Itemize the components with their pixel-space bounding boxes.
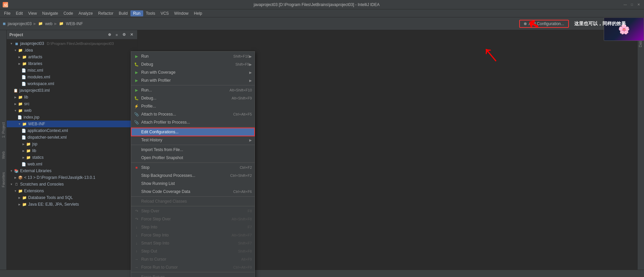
menu-vcs[interactable]: VCS: [158, 10, 172, 16]
menu-refactor[interactable]: Refactor: [96, 10, 116, 16]
web-label[interactable]: Web: [1, 151, 5, 159]
run-menu-profiler[interactable]: ▶ Run with Profiler ▶: [131, 76, 255, 84]
tree-item-webxml[interactable]: 📄 web.xml: [7, 161, 137, 167]
tree-item-index[interactable]: 📄 index.jsp: [7, 114, 137, 121]
tree-item-statics[interactable]: ▶ 📁 statics: [7, 154, 137, 161]
force-return-icon: [134, 274, 139, 277]
run-menu-coverage-data[interactable]: Show Code Coverage Data Ctrl+Alt+F6: [131, 188, 255, 196]
run-menu-section-5: ■ Stop Ctrl+F2 Stop Background Processes…: [131, 162, 255, 196]
stop-bg-icon: [134, 173, 139, 178]
run-menu-open-profiler[interactable]: Open Profiler Snapshot: [131, 154, 255, 162]
xml-icon: 📄: [21, 162, 26, 166]
tree-item-dispatcher[interactable]: 📄 dispatcher-servlet.xml: [7, 134, 137, 141]
expand-arrow: ▶: [17, 202, 21, 206]
hide-button[interactable]: ✕: [128, 32, 135, 38]
run-menu-force-step-over[interactable]: ↷ Force Step Over Alt+Shift+F8: [131, 215, 255, 223]
expand-arrow: ▶: [21, 142, 25, 146]
run-menu-force-step-into[interactable]: ↓ Force Step Into Alt+Shift+F7: [131, 231, 255, 239]
folder-icon: 📁: [18, 101, 23, 106]
run-menu-reload[interactable]: Reload Changed Classes: [131, 197, 255, 205]
stop-icon: ■: [134, 165, 139, 170]
menu-run[interactable]: Run: [130, 10, 143, 16]
menu-window[interactable]: Window: [171, 10, 191, 16]
run-menu-debug[interactable]: 🐛 Debug Shift+F9 ▶: [131, 60, 255, 68]
menu-build[interactable]: Build: [116, 10, 130, 16]
folder-icon: 📁: [22, 61, 27, 66]
tree-item-extensions[interactable]: ▼ 📁 Extensions: [7, 188, 137, 194]
run-menu-run[interactable]: ▶ Run Shift+F10 ▶: [131, 52, 255, 60]
run-menu-import-tests[interactable]: Import Tests from File...: [131, 146, 255, 154]
menu-analyze[interactable]: Analyze: [76, 10, 96, 16]
tree-path: D:\Program Files\JetBrains\javaproject03: [47, 42, 114, 46]
run-menu-stop-bg[interactable]: Stop Background Processes... Ctrl+Shift+…: [131, 171, 255, 180]
sync-button[interactable]: ⊕: [106, 32, 112, 38]
tree-item-iml[interactable]: 📋 javaproject03.iml: [7, 87, 137, 94]
tree-item-jdk[interactable]: ▶ 📦 < 13 > D:\Program Files\Java\jdk-13.…: [7, 174, 137, 181]
expand-arrow: ▼: [17, 122, 21, 126]
favorites-label[interactable]: Favorites: [1, 172, 5, 187]
tree-item-external[interactable]: ▼ 📚 External Libraries: [7, 167, 137, 174]
open-profiler-icon: [134, 155, 139, 160]
tree-item-lib2[interactable]: ▶ 📁 lib: [7, 147, 137, 154]
tree-item-webinf[interactable]: ▼ 📁 WEB-INF: [7, 121, 137, 127]
tree-item-artifacts[interactable]: ▶ 📁 artifacts: [7, 54, 137, 60]
run-menu-stop[interactable]: ■ Stop Ctrl+F2: [131, 163, 255, 171]
tree-item-src[interactable]: ▶ 📁 src: [7, 100, 137, 107]
tree-item-libraries[interactable]: ▶ 📁 libraries: [7, 60, 137, 67]
tree-item-dbtools[interactable]: ▶ 📁 Database Tools and SQL: [7, 194, 137, 201]
run-menu-attach[interactable]: 📎 Attach to Process... Ctrl+Alt+F5: [131, 110, 255, 118]
folder-icon2: 📁: [59, 21, 64, 26]
run-menu-show-running[interactable]: Show Running List: [131, 180, 255, 188]
menu-file[interactable]: File: [1, 10, 13, 16]
tree-item-workspace[interactable]: 📄 workspace.xml: [7, 80, 137, 87]
close-button[interactable]: ✕: [636, 2, 641, 7]
attach-icon: 📎: [134, 112, 139, 117]
tree-item-javaproject[interactable]: ▼ ◼ javaproject03 D:\Program Files\JetBr…: [7, 40, 137, 47]
menu-tools[interactable]: Tools: [143, 10, 158, 16]
tree-label: modules.xml: [28, 75, 50, 79]
breadcrumb-webinf: WEB-INF: [66, 21, 83, 26]
run-menu-step-over[interactable]: ↷ Step Over F8: [131, 207, 255, 215]
tree-item-web[interactable]: ▼ 📁 web: [7, 107, 137, 114]
menu-help[interactable]: Help: [191, 10, 205, 16]
tree-item-misc[interactable]: 📄 misc.xml: [7, 67, 137, 74]
run-menu-run-dots[interactable]: ▶ Run... Alt+Shift+F10: [131, 86, 255, 94]
tree-item-javaee[interactable]: ▶ 📁 Java EE: EJB, JPA, Servlets: [7, 201, 137, 208]
menu-navigate[interactable]: Navigate: [40, 10, 61, 16]
project-label[interactable]: 1: Project: [1, 122, 5, 138]
menu-edit[interactable]: Edit: [13, 10, 25, 16]
run-menu-attach-profiler[interactable]: 📎 Attach Profiler to Process...: [131, 118, 255, 126]
run-menu-step-out[interactable]: ↑ Step Out Shift+F8: [131, 247, 255, 255]
tree-item-jsp[interactable]: ▶ 📁 jsp: [7, 141, 137, 147]
attach-profiler-label: Attach Profiler to Process...: [141, 120, 252, 125]
force-return-label: Force Return: [141, 275, 252, 277]
force-step-into-icon: ↓: [134, 232, 139, 238]
run-menu-force-return[interactable]: Force Return: [131, 273, 255, 277]
run-menu-smart-step-into[interactable]: ↓ Smart Step Into Shift+F7: [131, 239, 255, 247]
run-menu-edit-config[interactable]: Edit Configurations...: [131, 128, 255, 136]
coverage-icon: ▶: [134, 70, 139, 75]
step-over-shortcut: F8: [248, 209, 252, 213]
settings-button[interactable]: ⚙: [121, 32, 127, 38]
menu-code[interactable]: Code: [61, 10, 76, 16]
tree-item-lib[interactable]: ▶ 📁 lib: [7, 94, 137, 100]
expand-arrow: ▶: [21, 155, 25, 159]
run-menu-profile-dots[interactable]: ⚡ Profile...: [131, 102, 255, 110]
run-menu-step-into[interactable]: ↓ Step Into F7: [131, 223, 255, 231]
collapse-button[interactable]: ≡: [114, 32, 120, 38]
tree-item-modules[interactable]: 📄 modules.xml: [7, 74, 137, 80]
menu-view[interactable]: View: [25, 10, 40, 16]
tree-item-scratches[interactable]: ▼ 🗒 Scratches and Consoles: [7, 181, 137, 188]
run-menu-test-history[interactable]: Test History ▶: [131, 136, 255, 144]
maximize-button[interactable]: □: [629, 2, 635, 7]
run-menu-coverage[interactable]: ▶ Run with Coverage ▶: [131, 68, 255, 76]
folder-icon: 📁: [26, 148, 31, 153]
run-menu-force-run-cursor[interactable]: → Force Run to Cursor Ctrl+Alt+F9: [131, 263, 255, 271]
folder-icon1: 📁: [38, 21, 43, 26]
project-name: javaproject03: [8, 21, 32, 26]
tree-item-appcontext[interactable]: 📄 applicationContext.xml: [7, 127, 137, 134]
run-menu-debug-dots[interactable]: 🐛 Debug... Alt+Shift+F9: [131, 94, 255, 102]
tree-item-idea[interactable]: ▼ 📁 .idea: [7, 47, 137, 54]
run-menu-run-to-cursor[interactable]: → Run to Cursor Alt+F9: [131, 255, 255, 263]
minimize-button[interactable]: —: [623, 2, 628, 7]
